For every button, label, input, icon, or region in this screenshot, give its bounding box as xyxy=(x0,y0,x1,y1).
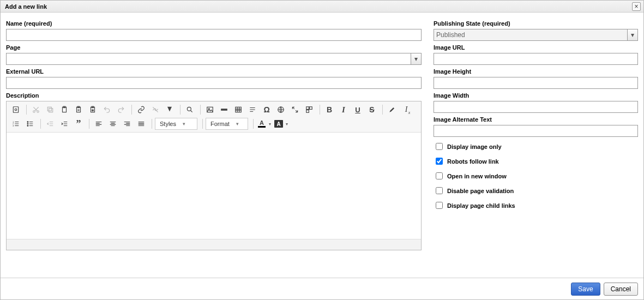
chevron-down-icon[interactable]: ▾ xyxy=(269,122,271,127)
strikethrough-icon[interactable]: S xyxy=(365,104,378,116)
bulleted-list-icon[interactable] xyxy=(23,118,37,130)
image-width-input[interactable] xyxy=(434,101,638,113)
find-icon[interactable] xyxy=(183,104,196,116)
disable-page-validation-checkbox[interactable] xyxy=(436,187,443,194)
left-column: Name (required) Page ▾ External URL Desc… xyxy=(6,17,422,250)
image-height-label: Image Height xyxy=(434,68,638,75)
chevron-down-icon: ▾ xyxy=(414,55,418,63)
save-button[interactable]: Save xyxy=(571,283,600,296)
redo-icon[interactable] xyxy=(115,104,128,116)
svg-point-25 xyxy=(27,123,28,124)
publishing-state-trigger[interactable]: ▾ xyxy=(627,29,638,41)
svg-rect-20 xyxy=(306,110,309,113)
svg-rect-13 xyxy=(207,107,213,112)
paste-word-icon[interactable] xyxy=(86,104,99,116)
iframe-icon[interactable] xyxy=(274,104,287,116)
chevron-down-icon: ▾ xyxy=(631,31,634,39)
open-new-window-label: Open in new window xyxy=(447,173,507,179)
copy-icon[interactable] xyxy=(44,104,57,116)
svg-rect-18 xyxy=(306,107,309,110)
external-url-label: External URL xyxy=(6,68,422,75)
chevron-down-icon: ▾ xyxy=(183,121,185,127)
chevron-down-icon[interactable]: ▾ xyxy=(286,122,288,127)
image-url-input[interactable] xyxy=(434,53,638,65)
separator xyxy=(382,105,383,115)
source-icon[interactable] xyxy=(9,104,22,116)
separator xyxy=(320,105,320,115)
paste-text-icon[interactable] xyxy=(72,104,85,116)
editor-statusbar xyxy=(7,239,421,250)
image-alt-label: Image Alternate Text xyxy=(434,116,638,123)
remove-format-icon[interactable]: Ix xyxy=(400,104,413,116)
separator xyxy=(152,119,152,129)
disable-page-validation-row: Disable page validation xyxy=(434,185,638,196)
editor-toolbar: Ω B I U S Ix 123 ” xyxy=(7,101,421,133)
text-color-icon[interactable]: A xyxy=(256,118,267,130)
undo-icon[interactable] xyxy=(100,104,113,116)
dialog-content: Name (required) Page ▾ External URL Desc… xyxy=(1,13,643,255)
robots-follow-row: Robots follow link xyxy=(434,156,638,166)
format-dropdown-label: Format xyxy=(210,121,230,127)
display-child-links-label: Display page child links xyxy=(447,202,515,209)
bold-icon[interactable]: B xyxy=(323,104,336,116)
link-icon[interactable] xyxy=(135,104,148,116)
align-justify-icon[interactable] xyxy=(135,118,148,130)
page-combo-trigger[interactable]: ▾ xyxy=(411,53,422,65)
highlight-icon[interactable] xyxy=(386,104,399,116)
background-color-icon[interactable]: A xyxy=(273,118,284,130)
image-alt-input[interactable] xyxy=(434,125,638,137)
display-image-only-row: Display image only xyxy=(434,141,638,152)
open-new-window-checkbox[interactable] xyxy=(436,172,443,179)
svg-point-24 xyxy=(27,122,28,123)
svg-rect-5 xyxy=(47,107,51,111)
svg-point-12 xyxy=(187,107,191,111)
display-child-links-checkbox[interactable] xyxy=(436,202,443,209)
robots-follow-checkbox[interactable] xyxy=(436,158,443,165)
cancel-button[interactable]: Cancel xyxy=(604,283,638,296)
publishing-state-value[interactable] xyxy=(434,29,627,41)
close-button[interactable]: × xyxy=(632,2,641,11)
editor-body[interactable] xyxy=(7,133,421,239)
disable-page-validation-label: Disable page validation xyxy=(447,188,514,194)
anchor-icon[interactable] xyxy=(163,104,176,116)
image-height-input[interactable] xyxy=(434,77,638,89)
external-url-input[interactable] xyxy=(6,77,422,89)
numbered-list-icon[interactable]: 123 xyxy=(9,118,22,130)
image-icon[interactable] xyxy=(203,104,216,116)
align-left-icon[interactable] xyxy=(92,118,105,130)
cut-icon[interactable] xyxy=(29,104,43,116)
horizontal-rule-icon[interactable] xyxy=(218,104,231,116)
display-image-only-label: Display image only xyxy=(447,143,502,150)
svg-rect-19 xyxy=(310,107,312,110)
format-dropdown[interactable]: Format ▾ xyxy=(206,118,248,130)
image-width-label: Image Width xyxy=(434,92,638,99)
paste-icon[interactable] xyxy=(58,104,71,116)
align-center-icon[interactable] xyxy=(106,118,119,130)
display-child-links-row: Display page child links xyxy=(434,200,638,211)
maximize-icon[interactable] xyxy=(288,104,302,116)
blockquote-icon[interactable]: ” xyxy=(72,118,85,130)
display-image-only-checkbox[interactable] xyxy=(436,143,443,150)
svg-rect-0 xyxy=(13,107,18,113)
page-combo-input[interactable] xyxy=(6,53,411,65)
name-input[interactable] xyxy=(6,29,422,41)
align-right-icon[interactable] xyxy=(121,118,134,130)
description-label: Description xyxy=(6,92,422,99)
underline-icon[interactable]: U xyxy=(351,104,364,116)
show-blocks-icon[interactable] xyxy=(303,104,316,116)
svg-point-26 xyxy=(27,125,28,127)
separator xyxy=(180,105,180,115)
italic-icon[interactable]: I xyxy=(337,104,350,116)
styles-dropdown[interactable]: Styles ▾ xyxy=(155,118,197,130)
unlink-icon[interactable] xyxy=(149,104,162,116)
outdent-icon[interactable] xyxy=(44,118,57,130)
separator xyxy=(89,119,89,129)
table-icon[interactable] xyxy=(232,104,245,116)
page-combo[interactable]: ▾ xyxy=(6,53,422,65)
svg-text:3: 3 xyxy=(13,125,14,127)
right-column: Publishing State (required) ▾ Image URL … xyxy=(434,17,638,250)
special-char-icon[interactable]: Ω xyxy=(260,104,273,116)
line-break-icon[interactable] xyxy=(246,104,259,116)
indent-icon[interactable] xyxy=(58,118,71,130)
publishing-state-combo[interactable]: ▾ xyxy=(434,29,638,41)
